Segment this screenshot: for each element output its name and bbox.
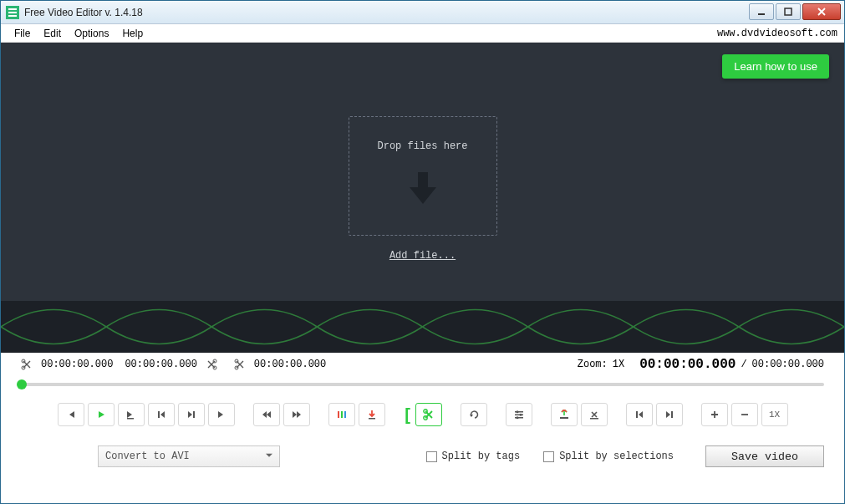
minimize-button[interactable] (749, 3, 774, 20)
export-frame-button[interactable] (551, 403, 578, 426)
app-icon (6, 6, 19, 19)
split-by-tags-option[interactable]: Split by tags (426, 451, 521, 462)
svg-point-20 (516, 410, 518, 413)
skip-forward-button[interactable] (283, 403, 310, 426)
app-window: Free Video Editor v. 1.4.18 File Edit Op… (0, 0, 845, 504)
menu-help[interactable]: Help (115, 24, 150, 43)
site-link[interactable]: www.dvdvideosoft.com (717, 28, 837, 39)
waveform-panel[interactable] (1, 301, 844, 353)
svg-rect-19 (515, 417, 523, 419)
end-timecode: 00:00:00.000 (125, 359, 196, 370)
drop-zone[interactable]: Drop files here (349, 116, 497, 236)
svg-rect-10 (193, 411, 195, 418)
menu-bar: File Edit Options Help www.dvdvideosoft.… (1, 24, 844, 43)
next-frame-button[interactable] (178, 403, 205, 426)
delete-selection-button[interactable] (581, 403, 608, 426)
split-by-selections-option[interactable]: Split by selections (543, 451, 674, 462)
speed-indicator[interactable]: 1X (761, 403, 788, 426)
cut-end-icon[interactable] (206, 359, 217, 370)
zoom-value: 1X (613, 359, 624, 370)
svg-rect-9 (158, 411, 160, 418)
settings-button[interactable] (506, 403, 532, 426)
rewind-button[interactable] (58, 403, 84, 426)
title-bar[interactable]: Free Video Editor v. 1.4.18 (1, 1, 844, 24)
timeline-slider[interactable] (21, 383, 824, 386)
bottom-bar: Convert to AVI Split by tags Split by se… (1, 435, 844, 477)
maximize-button[interactable] (776, 3, 801, 20)
zoom-label: Zoom: (578, 359, 608, 370)
svg-rect-12 (341, 411, 343, 418)
menu-edit[interactable]: Edit (37, 24, 68, 43)
play-button[interactable] (88, 403, 115, 426)
window-buttons (747, 3, 841, 22)
svg-rect-18 (515, 415, 523, 416)
split-by-selections-label: Split by selections (559, 451, 674, 462)
menu-options[interactable]: Options (68, 24, 115, 43)
prev-frame-button[interactable] (148, 403, 175, 426)
total-timecode: 00:00:00.000 (752, 359, 824, 370)
marker-button[interactable] (328, 403, 355, 426)
time-readout-bar: 00:00:00.000 00:00:00.000 00:00:00.000 Z… (1, 353, 844, 375)
rotate-button[interactable] (461, 403, 487, 426)
start-timecode: 00:00:00.000 (41, 359, 113, 370)
forward-button[interactable] (208, 403, 235, 426)
down-arrow-icon (403, 167, 443, 207)
svg-point-22 (516, 416, 518, 419)
output-format-select[interactable]: Convert to AVI (98, 445, 280, 467)
timeline-slider-area (1, 375, 844, 394)
current-timecode: 00:00:00.000 (639, 357, 736, 372)
play-to-button[interactable] (118, 403, 145, 426)
cut-button[interactable] (415, 403, 442, 426)
video-preview-area: Learn how to use Drop files here Add fil… (1, 43, 844, 301)
svg-rect-26 (671, 411, 673, 418)
svg-rect-11 (338, 411, 339, 418)
goto-end-button[interactable] (656, 403, 683, 426)
mark-position-button[interactable] (359, 403, 385, 426)
svg-rect-17 (515, 411, 523, 413)
add-file-link[interactable]: Add file... (389, 250, 456, 262)
output-format-value: Convert to AVI (105, 451, 190, 462)
scissor-icon[interactable] (234, 359, 246, 370)
menu-file[interactable]: File (8, 24, 37, 43)
svg-rect-13 (344, 411, 346, 418)
svg-rect-24 (590, 418, 598, 420)
learn-how-button[interactable]: Learn how to use (722, 54, 829, 79)
svg-rect-25 (636, 411, 638, 418)
split-by-tags-checkbox[interactable] (426, 451, 437, 462)
svg-rect-23 (560, 417, 568, 419)
goto-start-button[interactable] (626, 403, 653, 426)
timeline-thumb[interactable] (17, 379, 27, 389)
time-separator: / (741, 359, 746, 370)
svg-rect-1 (785, 8, 792, 15)
svg-point-21 (519, 414, 522, 416)
split-by-tags-label: Split by tags (442, 451, 521, 462)
bracket-open-icon: [ (404, 403, 412, 426)
close-button[interactable] (802, 3, 841, 20)
split-by-selections-checkbox[interactable] (543, 451, 554, 462)
svg-rect-8 (127, 418, 134, 420)
zoom-in-button[interactable] (701, 403, 728, 426)
skip-back-button[interactable] (253, 403, 280, 426)
svg-rect-14 (369, 418, 375, 420)
save-video-button[interactable]: Save video (705, 445, 824, 467)
svg-rect-0 (758, 13, 765, 15)
zoom-out-button[interactable] (731, 403, 758, 426)
window-title: Free Video Editor v. 1.4.18 (24, 7, 747, 18)
drop-text: Drop files here (377, 140, 467, 152)
cut-start-icon[interactable] (21, 359, 33, 370)
playback-toolbar: [ 1X (1, 394, 844, 435)
duration-timecode: 00:00:00.000 (254, 359, 326, 370)
